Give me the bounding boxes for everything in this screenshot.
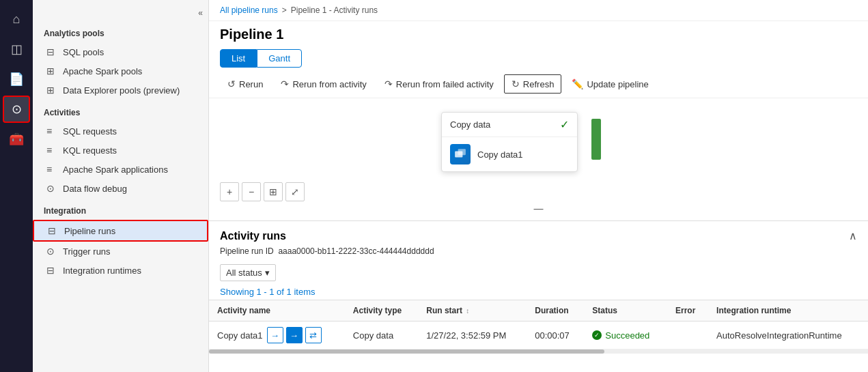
col-duration: Duration <box>527 300 584 321</box>
tab-list[interactable]: List <box>220 49 257 68</box>
apache-spark-pools-label: Apache Spark pools <box>63 66 142 76</box>
sql-pools-icon: ⊟ <box>46 46 57 57</box>
status-succeeded: ✓ Succeeded <box>592 330 659 341</box>
tab-gantt[interactable]: Gantt <box>257 49 302 68</box>
kql-requests-label: KQL requests <box>63 145 117 156</box>
nav-panel: « Analytics pools ⊟ SQL pools ⊞ Apache S… <box>33 0 209 372</box>
home-icon[interactable]: ⌂ <box>3 5 30 33</box>
sidebar-item-apache-spark-apps[interactable]: ≡ Apache Spark applications <box>33 160 208 179</box>
status-dropdown-chevron-icon: ▾ <box>265 268 270 278</box>
sql-requests-label: SQL requests <box>63 126 117 137</box>
expand-view-btn[interactable]: ⤢ <box>285 182 305 201</box>
collapse-runs-icon[interactable]: ∧ <box>849 229 857 242</box>
copy-data-icon <box>450 144 471 164</box>
diagram-area: Copy data ✓ Copy data1 + − ⊞ ⤢ <box>209 98 868 221</box>
activity-runs-table: Activity name Activity type Run start ↕ … <box>209 300 868 349</box>
document-icon[interactable]: 📄 <box>3 66 30 93</box>
spark-apps-label: Apache Spark applications <box>63 164 168 175</box>
cell-activity-name: Copy data1 → → ⇄ <box>209 321 345 349</box>
cell-duration: 00:00:07 <box>527 321 584 349</box>
col-activity-type: Activity type <box>345 300 418 321</box>
col-integration-runtime: Integration runtime <box>708 300 868 321</box>
status-filter: All status ▾ <box>209 261 868 284</box>
popup-card-item[interactable]: Copy data1 <box>442 137 577 171</box>
update-pipeline-label: Update pipeline <box>587 79 648 89</box>
activity-runs-header: Activity runs ∧ <box>209 221 868 245</box>
apache-spark-pools-icon: ⊞ <box>46 66 57 76</box>
run-id-label: Pipeline run ID <box>220 246 274 256</box>
data-explorer-icon: ⊞ <box>46 85 57 96</box>
tools-icon[interactable]: 🧰 <box>3 126 30 153</box>
sort-icon: ↕ <box>466 307 469 315</box>
sidebar-item-kql-requests[interactable]: ≡ KQL requests <box>33 141 208 160</box>
row-output-icon[interactable]: → <box>286 327 303 343</box>
run-id-row: Pipeline run ID aaaa0000-bb11-2222-33cc-… <box>209 245 868 261</box>
rerun-icon: ↺ <box>227 78 236 89</box>
cell-integration-runtime: AutoResolveIntegrationRuntime <box>708 321 868 349</box>
rerun-button[interactable]: ↺ Rerun <box>220 74 270 94</box>
data-icon[interactable]: ◫ <box>3 35 30 63</box>
spark-apps-icon: ≡ <box>46 164 57 175</box>
status-dropdown[interactable]: All status ▾ <box>220 264 276 281</box>
page-title: Pipeline 1 <box>209 21 868 46</box>
integrate-icon[interactable]: ⊙ <box>3 96 30 123</box>
popup-title: Copy data <box>450 119 490 130</box>
update-pipeline-icon: ✏️ <box>572 78 583 89</box>
integration-heading: Integration <box>33 198 208 220</box>
status-succeeded-icon: ✓ <box>592 330 602 340</box>
sidebar-item-data-explorer-pools[interactable]: ⊞ Data Explorer pools (preview) <box>33 81 208 100</box>
row-input-icon[interactable]: → <box>267 327 283 343</box>
refresh-button[interactable]: ↻ Refresh <box>504 74 562 94</box>
cell-error <box>667 321 708 349</box>
kql-requests-icon: ≡ <box>46 145 57 156</box>
collapse-divider[interactable]: — <box>534 203 544 214</box>
popup-card-header: Copy data ✓ <box>442 113 577 137</box>
fit-view-btn[interactable]: ⊞ <box>264 182 283 201</box>
integration-runtimes-icon: ⊟ <box>46 265 57 276</box>
sidebar-item-apache-spark-pools[interactable]: ⊞ Apache Spark pools <box>33 61 208 81</box>
breadcrumb: All pipeline runs > Pipeline 1 - Activit… <box>209 0 868 21</box>
rerun-from-failed-label: Rerun from failed activity <box>396 79 494 89</box>
trigger-runs-icon: ⊙ <box>46 246 57 257</box>
popup-card: Copy data ✓ Copy data1 <box>441 112 578 172</box>
popup-check-icon: ✓ <box>560 118 569 131</box>
rerun-label: Rerun <box>239 79 263 89</box>
col-run-start[interactable]: Run start ↕ <box>418 300 527 321</box>
row-rerun-icon[interactable]: ⇄ <box>305 327 322 343</box>
icon-sidebar: ⌂ ◫ 📄 ⊙ 🧰 <box>0 0 33 372</box>
rerun-from-failed-button[interactable]: ↷ Rerun from failed activity <box>377 74 501 94</box>
row-actions: → → ⇄ <box>267 327 322 343</box>
sidebar-item-trigger-runs[interactable]: ⊙ Trigger runs <box>33 242 208 261</box>
scrollbar-thumb[interactable] <box>209 349 604 354</box>
integration-runtimes-label: Integration runtimes <box>63 266 141 276</box>
sidebar-item-sql-requests[interactable]: ≡ SQL requests <box>33 121 208 141</box>
trigger-runs-label: Trigger runs <box>63 246 111 257</box>
activity-name-text: Copy data1 <box>217 330 263 341</box>
zoom-out-btn[interactable]: − <box>242 182 261 201</box>
horizontal-scrollbar[interactable] <box>209 349 868 354</box>
cell-status: ✓ Succeeded <box>584 321 667 349</box>
cell-run-start: 1/27/22, 3:52:59 PM <box>418 321 527 349</box>
diagram-toolbar: + − ⊞ ⤢ <box>220 182 305 201</box>
rerun-from-activity-button[interactable]: ↷ Rerun from activity <box>273 74 374 94</box>
toolbar: ↺ Rerun ↷ Rerun from activity ↷ Rerun fr… <box>209 70 868 98</box>
pipeline-runs-icon: ⊟ <box>48 225 59 236</box>
activities-heading: Activities <box>33 100 208 121</box>
update-pipeline-button[interactable]: ✏️ Update pipeline <box>564 74 656 94</box>
sidebar-item-sql-pools[interactable]: ⊟ SQL pools <box>33 42 208 61</box>
sidebar-item-pipeline-runs[interactable]: ⊟ Pipeline runs <box>33 220 208 242</box>
breadcrumb-all-pipeline-runs[interactable]: All pipeline runs <box>220 5 278 15</box>
sql-pools-label: SQL pools <box>63 47 104 57</box>
tab-bar: List Gantt <box>209 46 868 70</box>
rerun-from-activity-label: Rerun from activity <box>292 79 366 89</box>
run-id-value: aaaa0000-bb11-2222-33cc-444444dddddd <box>278 246 434 256</box>
sidebar-item-integration-runtimes[interactable]: ⊟ Integration runtimes <box>33 261 208 280</box>
pipeline-runs-label: Pipeline runs <box>64 226 115 236</box>
data-explorer-label: Data Explorer pools (preview) <box>63 85 180 96</box>
collapse-nav-icon[interactable]: « <box>198 8 203 18</box>
zoom-in-btn[interactable]: + <box>220 182 239 201</box>
sidebar-item-data-flow-debug[interactable]: ⊙ Data flow debug <box>33 179 208 198</box>
activity-runs-title: Activity runs <box>220 230 286 242</box>
refresh-icon: ↻ <box>512 78 520 89</box>
cell-activity-type: Copy data <box>345 321 418 349</box>
